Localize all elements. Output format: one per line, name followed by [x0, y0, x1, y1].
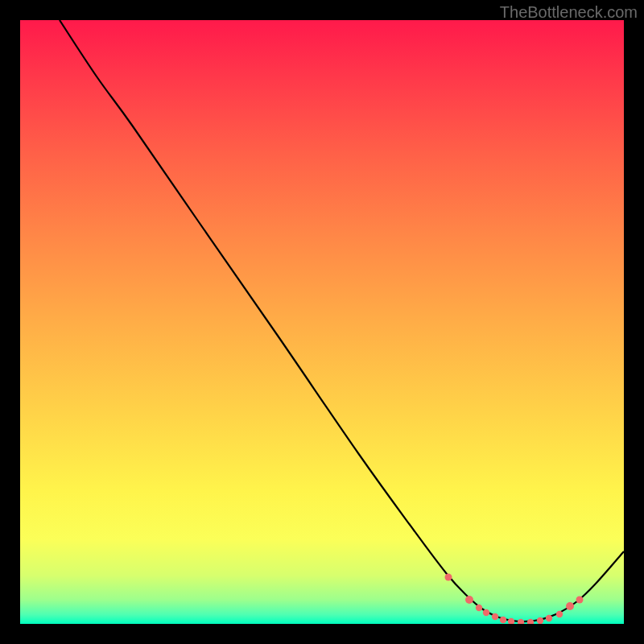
bottleneck-marker — [465, 596, 473, 604]
bottleneck-marker — [445, 574, 452, 581]
bottleneck-markers — [445, 574, 584, 625]
plot-area — [20, 20, 624, 624]
bottleneck-marker — [546, 615, 552, 621]
bottleneck-marker — [537, 617, 543, 624]
bottleneck-marker — [476, 605, 482, 611]
bottleneck-marker — [566, 602, 574, 610]
bottleneck-marker — [492, 613, 498, 620]
bottleneck-marker — [483, 609, 489, 616]
watermark-text: TheBottleneck.com — [500, 3, 638, 22]
bottleneck-marker — [576, 597, 584, 604]
bottleneck-curve — [60, 20, 624, 621]
bottleneck-marker — [556, 611, 563, 617]
bottleneck-marker — [508, 618, 514, 624]
chart-frame: TheBottleneck.com — [0, 0, 644, 644]
chart-svg — [20, 20, 624, 624]
bottleneck-marker — [500, 617, 506, 623]
bottleneck-marker — [527, 619, 534, 624]
bottleneck-marker — [518, 619, 524, 624]
